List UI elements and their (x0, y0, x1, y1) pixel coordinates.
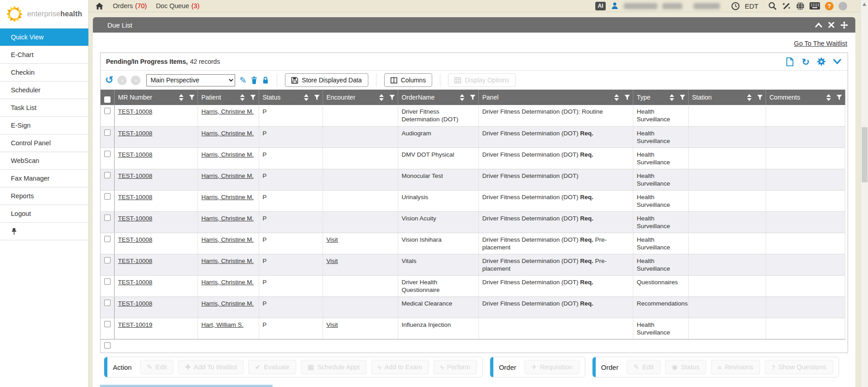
mr-number-link[interactable]: TEST-10008 (118, 172, 153, 179)
encounter-link[interactable]: Visit (327, 321, 338, 328)
schedule-appt-button[interactable]: ▦Schedule Appt (301, 360, 366, 374)
sidebar-item-webscan[interactable]: WebScan (0, 152, 88, 170)
encounter-link[interactable]: Visit (327, 236, 338, 243)
refresh-icon[interactable]: ↻ (801, 57, 810, 67)
sidebar-item-fax-manager[interactable]: Fax Manager (0, 170, 88, 187)
show-questions-button[interactable]: ?Show Questions (765, 360, 833, 374)
home-icon[interactable] (95, 2, 104, 10)
sidebar-item-reports[interactable]: Reports (0, 187, 88, 205)
sort-icon[interactable] (826, 94, 831, 101)
mr-number-link[interactable]: TEST-10008 (118, 108, 153, 115)
mr-number-link[interactable]: TEST-10008 (118, 279, 153, 286)
go-to-waitlist-link[interactable]: Go To The Waitlist (794, 40, 847, 47)
row-checkbox[interactable] (104, 257, 111, 263)
sort-icon[interactable] (240, 94, 245, 101)
filter-icon[interactable] (314, 95, 320, 100)
order-status-button[interactable]: ◉Status (665, 360, 706, 374)
filter-icon[interactable] (189, 95, 195, 100)
sidebar-item-checkin[interactable]: Checkin (0, 64, 88, 81)
patient-link[interactable]: Harris, Christine M. (202, 194, 254, 201)
patient-link[interactable]: Harris, Christine M. (202, 151, 254, 158)
requisition-button[interactable]: ✈Requisition (525, 360, 579, 374)
move-icon[interactable] (840, 21, 848, 29)
sort-icon[interactable] (747, 94, 752, 101)
evaluate-button[interactable]: ✔Evaluate (248, 360, 296, 374)
sidebar-item-control-panel[interactable]: Control Panel (0, 134, 88, 152)
sort-icon[interactable] (614, 94, 619, 101)
mr-number-link[interactable]: TEST-10008 (118, 258, 153, 264)
display-options-button[interactable]: Display Options (448, 73, 516, 87)
sort-icon[interactable] (304, 94, 309, 101)
mr-number-link[interactable]: TEST-10008 (118, 130, 153, 137)
add-to-waitlist-button[interactable]: ✚Add To Waitlist (178, 360, 244, 374)
sort-icon[interactable] (460, 94, 464, 101)
patient-link[interactable]: Harris, Christine M. (202, 108, 254, 115)
mr-number-link[interactable]: TEST-10008 (118, 215, 153, 222)
store-displayed-data-button[interactable]: Store Displayed Data (285, 73, 368, 87)
chevron-down-icon[interactable] (833, 59, 841, 64)
order-edit-button[interactable]: ✎Edit (627, 360, 661, 374)
nav-doc-queue[interactable]: Doc Queue (3) (156, 2, 199, 10)
edit-button[interactable]: ✎Edit (140, 360, 174, 374)
edit-perspective-icon[interactable]: ✎ (239, 76, 246, 85)
globe-icon[interactable] (796, 2, 805, 10)
columns-button[interactable]: Columns (384, 73, 432, 87)
encounter-link[interactable]: Visit (327, 258, 338, 264)
filter-icon[interactable] (757, 95, 763, 100)
perspective-select[interactable]: Main Perspective (146, 74, 235, 86)
sort-icon[interactable] (670, 94, 674, 101)
row-checkbox[interactable] (104, 278, 111, 285)
mr-number-link[interactable]: TEST-10008 (118, 151, 153, 158)
mr-number-link[interactable]: TEST-10008 (118, 194, 153, 201)
select-all-checkbox[interactable] (104, 96, 111, 103)
scroll-up-arrow-icon[interactable] (863, 3, 866, 6)
sidebar-item-quick-view[interactable]: Quick View (0, 29, 88, 46)
patient-link[interactable]: Harris, Christine M. (202, 279, 254, 286)
filter-icon[interactable] (250, 95, 256, 100)
sidebar-item-task-list[interactable]: Task List (0, 99, 88, 117)
undo-icon[interactable]: ↺ (105, 75, 113, 85)
row-checkbox[interactable] (104, 342, 111, 349)
magic-wand-icon[interactable] (782, 1, 791, 10)
row-checkbox[interactable] (104, 108, 111, 114)
collapse-icon[interactable] (815, 22, 822, 28)
revisions-button[interactable]: ≡Revisions (711, 360, 760, 374)
settings-gear-icon[interactable] (817, 57, 826, 66)
sidebar-item-e-chart[interactable]: E-Chart (0, 46, 88, 64)
sidebar-item-logout[interactable]: Logout (0, 205, 88, 223)
perform-button[interactable]: ϟPerform (434, 360, 477, 374)
sidebar-item-scheduler[interactable]: Scheduler (0, 81, 88, 99)
help-icon[interactable]: ? (825, 2, 834, 10)
sidebar-item-e-sign[interactable]: E-Sign (0, 117, 88, 134)
sort-icon[interactable] (179, 94, 183, 101)
patient-link[interactable]: Harris, Christine M. (202, 172, 254, 179)
filter-icon[interactable] (624, 95, 630, 100)
patient-link[interactable]: Harris, Christine M. (202, 258, 254, 264)
filter-icon[interactable] (836, 95, 842, 100)
next-perspective-icon[interactable]: › (131, 76, 140, 85)
close-icon[interactable] (828, 22, 834, 28)
row-checkbox[interactable] (104, 300, 111, 306)
avatar[interactable] (839, 2, 847, 10)
nav-orders[interactable]: Orders (70) (113, 2, 147, 10)
add-to-exam-button[interactable]: ϟAdd to Exam (371, 360, 429, 374)
ai-badge[interactable]: AI (595, 2, 606, 10)
mr-number-link[interactable]: TEST-10008 (118, 236, 153, 243)
filter-icon[interactable] (470, 95, 476, 100)
delete-perspective-icon[interactable] (251, 76, 258, 84)
vertical-scrollbar-thumb[interactable] (862, 127, 868, 182)
new-document-icon[interactable] (786, 57, 794, 67)
row-checkbox[interactable] (104, 151, 111, 157)
mr-number-link[interactable]: TEST-10019 (118, 321, 153, 328)
keyboard-icon[interactable] (810, 2, 820, 10)
patient-link[interactable]: Harris, Christine M. (202, 300, 254, 307)
prev-perspective-icon[interactable]: ‹ (117, 76, 127, 85)
row-checkbox[interactable] (104, 172, 111, 178)
filter-icon[interactable] (389, 95, 395, 100)
row-checkbox[interactable] (104, 236, 111, 242)
lock-perspective-icon[interactable] (262, 76, 269, 84)
filter-icon[interactable] (680, 95, 685, 100)
pushpin-icon[interactable] (11, 228, 17, 235)
row-checkbox[interactable] (104, 193, 111, 200)
patient-link[interactable]: Harris, Christine M. (202, 236, 254, 243)
